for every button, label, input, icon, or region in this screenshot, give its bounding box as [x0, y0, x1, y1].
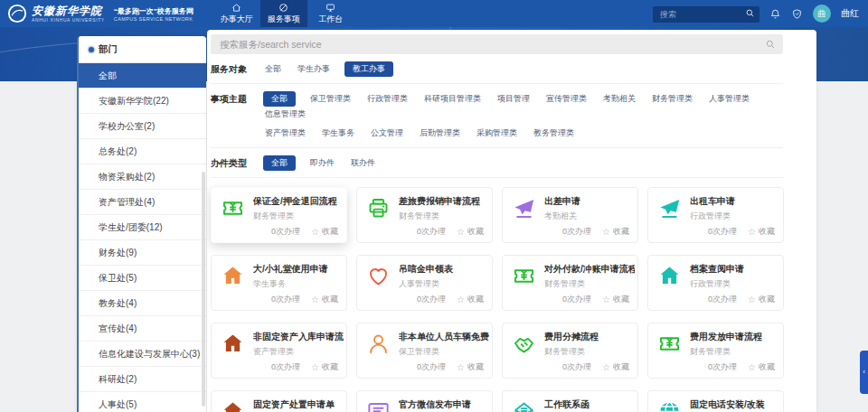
search-icon[interactable] — [745, 8, 755, 18]
house-icon — [657, 264, 682, 288]
favorite-button[interactable]: ☆收藏 — [457, 294, 484, 305]
sidebar-scrollbar[interactable] — [202, 172, 205, 407]
service-category: 财务管理类 — [399, 211, 480, 222]
shield-icon[interactable] — [791, 8, 803, 20]
service-card[interactable]: 工作联系函 行政管理类 0次办理 ☆收藏 — [502, 390, 638, 412]
handle-count: 0次办理 — [562, 294, 591, 305]
expand-panel-tab[interactable]: ‹ — [860, 351, 868, 394]
nav-item-service-hall[interactable]: 办事大厅 — [213, 0, 260, 27]
sidebar-title: 部门 — [99, 43, 118, 56]
service-card-grid: 保证金/押金退回流程 财务管理类 0次办理 ☆收藏 差旅费报销申请流程 财务管理… — [211, 187, 783, 412]
service-card[interactable]: 吊唁金申领表 人事管理类 0次办理 ☆收藏 — [356, 255, 493, 311]
sidebar-item[interactable]: 人事处(5) — [79, 392, 206, 412]
sidebar-item[interactable]: 信息化建设与发展中心(3) — [79, 342, 206, 367]
sidebar-item-all[interactable]: 全部 — [79, 63, 206, 89]
filter-option[interactable]: 项目管理 — [495, 91, 532, 107]
sidebar-item[interactable]: 资产管理处(4) — [79, 190, 206, 215]
sidebar-item[interactable]: 科研处(2) — [79, 367, 206, 392]
filter-option[interactable]: 即办件 — [308, 155, 336, 171]
star-icon: ☆ — [457, 363, 465, 372]
service-card[interactable]: 费用分摊流程 财务管理类 0次办理 ☆收藏 — [502, 323, 638, 379]
service-card[interactable]: 档案查阅申请 行政管理类 0次办理 ☆收藏 — [647, 255, 784, 311]
search-icon[interactable] — [765, 39, 776, 50]
avatar[interactable]: 曲 — [813, 5, 831, 23]
sidebar-item[interactable]: 财务处(9) — [79, 240, 206, 266]
username[interactable]: 曲红 — [841, 7, 859, 20]
sidebar-item[interactable]: 学校办公室(2) — [79, 114, 206, 139]
favorite-button[interactable]: ☆收藏 — [748, 226, 775, 238]
filter-option[interactable]: 保卫管理类 — [308, 91, 353, 107]
filter-option[interactable]: 联办件 — [349, 155, 377, 171]
sidebar-item[interactable]: 物资采购处(2) — [79, 164, 206, 190]
service-search-input[interactable] — [211, 34, 783, 54]
filter-option[interactable]: 学生事务 — [320, 126, 356, 141]
service-category: 保卫管理类 — [399, 346, 489, 358]
filter-option-active[interactable]: 全部 — [263, 91, 296, 107]
sidebar-item[interactable]: 宣传处(4) — [79, 316, 206, 342]
filter-option[interactable]: 采购管理类 — [475, 126, 519, 141]
favorite-button[interactable]: ☆收藏 — [602, 294, 629, 305]
filter-option[interactable]: 人事管理类 — [707, 91, 751, 107]
star-icon: ☆ — [748, 363, 756, 372]
service-card[interactable]: 差旅费报销申请流程 财务管理类 0次办理 ☆收藏 — [356, 187, 493, 243]
favorite-button[interactable]: ☆收藏 — [748, 294, 775, 305]
filter-option-active[interactable]: 教工办事 — [344, 61, 393, 77]
service-card[interactable]: 官方微信发布申请 宣传管理类 0次办理 ☆收藏 — [356, 390, 493, 412]
service-card[interactable]: 固定电话安装/改装 行政管理类 0次办理 ☆收藏 — [647, 390, 784, 412]
service-card[interactable]: 非本单位人员车辆免费卡... 保卫管理类 0次办理 ☆收藏 — [356, 323, 493, 379]
sidebar-item[interactable]: 教务处(4) — [79, 291, 206, 316]
nav-item-service-matters[interactable]: 服务事项 — [260, 0, 307, 27]
sidebar-item[interactable]: 总务处(2) — [79, 139, 206, 164]
sidebar-item[interactable]: 安徽新华学院(22) — [79, 89, 206, 114]
favorite-button[interactable]: ☆收藏 — [457, 361, 484, 373]
filter-option[interactable]: 行政管理类 — [365, 91, 410, 107]
filter-option[interactable]: 资产管理类 — [263, 126, 307, 141]
envelope-icon — [512, 399, 536, 412]
filter-option[interactable]: 教务管理类 — [532, 126, 576, 141]
service-card[interactable]: 费用发放申请流程 财务管理类 0次办理 ☆收藏 — [647, 323, 784, 379]
favorite-button[interactable]: ☆收藏 — [311, 226, 338, 238]
circle-slash-icon — [278, 3, 288, 13]
filter-case-type: 办件类型 全部 即办件 联办件 — [211, 148, 783, 178]
ticket-icon — [221, 196, 245, 220]
service-card[interactable]: 对外付款/冲账申请流程 财务管理类 0次办理 ☆收藏 — [502, 255, 638, 311]
filter-option[interactable]: 考勤相关 — [601, 91, 637, 107]
service-card[interactable]: 保证金/押金退回流程 财务管理类 0次办理 ☆收藏 — [211, 187, 347, 243]
service-card[interactable]: 大/小礼堂使用申请 学生事务 0次办理 ☆收藏 — [211, 255, 347, 311]
filter-option[interactable]: 学生办事 — [296, 61, 332, 77]
star-icon: ☆ — [311, 363, 319, 372]
service-card[interactable]: 固定资产处置申请单 资产管理类 0次办理 ☆收藏 — [211, 390, 347, 412]
service-card[interactable]: 出租车申请 行政管理类 0次办理 ☆收藏 — [647, 187, 784, 243]
favorite-button[interactable]: ☆收藏 — [602, 226, 629, 238]
service-category: 财务管理类 — [690, 346, 762, 358]
university-name: 安徽新华学院 — [32, 5, 105, 17]
favorite-button[interactable]: ☆收藏 — [311, 294, 338, 305]
favorite-button[interactable]: ☆收藏 — [748, 361, 775, 373]
service-card[interactable]: 非固定资产入库申请流程 资产管理类 0次办理 ☆收藏 — [211, 323, 347, 379]
handle-count: 0次办理 — [271, 226, 300, 238]
service-card[interactable]: 出差申请 考勤相关 0次办理 ☆收藏 — [502, 187, 638, 243]
filter-option[interactable]: 后勤管理类 — [418, 126, 462, 141]
filter-option[interactable]: 全部 — [263, 61, 283, 77]
handle-count: 0次办理 — [708, 294, 737, 305]
ticket-icon — [657, 332, 682, 356]
filter-option[interactable]: 信息管理类 — [263, 107, 307, 122]
star-icon: ☆ — [602, 363, 610, 372]
filter-label: 服务对象 — [211, 61, 263, 77]
favorite-button[interactable]: ☆收藏 — [602, 361, 629, 373]
sidebar-item[interactable]: 保卫处(5) — [79, 266, 206, 291]
house-icon — [221, 264, 245, 288]
bell-icon[interactable] — [769, 8, 781, 20]
favorite-button[interactable]: ☆收藏 — [457, 226, 484, 238]
sidebar-item[interactable]: 学生处/团委(12) — [79, 215, 206, 240]
filter-option[interactable]: 公文管理 — [369, 126, 405, 141]
top-navbar: 安徽新华学院 ANHUI XINHUA UNIVERSITY “最多跑一次”校务… — [0, 0, 868, 27]
nav-item-workbench[interactable]: 工作台 — [307, 0, 354, 27]
filter-option[interactable]: 财务管理类 — [650, 91, 694, 107]
topbar-search-input[interactable] — [653, 6, 760, 23]
filter-option[interactable]: 宣传管理类 — [544, 91, 589, 107]
filter-option-active[interactable]: 全部 — [263, 155, 296, 171]
filter-option[interactable]: 科研项目管理类 — [422, 91, 483, 107]
service-title: 工作联系函 — [544, 399, 590, 410]
favorite-button[interactable]: ☆收藏 — [311, 361, 338, 373]
